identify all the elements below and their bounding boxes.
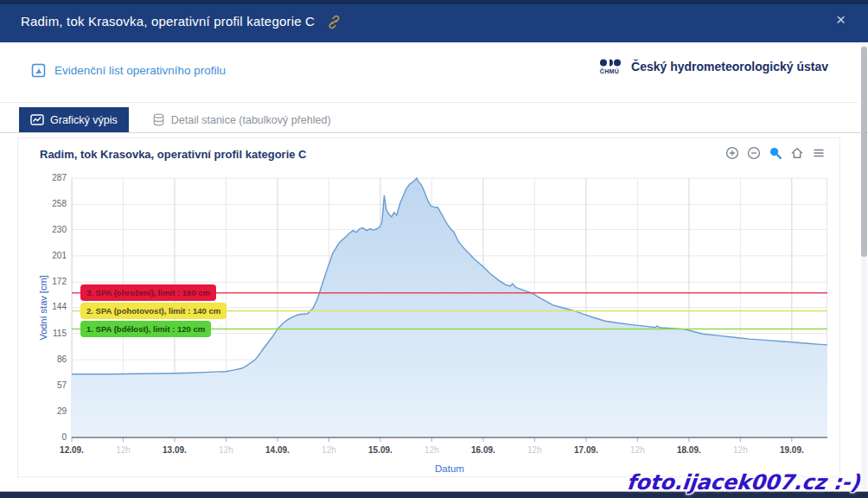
chart-title: Radim, tok Krasovka, operativní profil k… — [40, 148, 306, 161]
chart-image-icon — [30, 113, 44, 126]
y-tick-label: 258 — [52, 199, 67, 208]
menu-icon[interactable] — [812, 146, 826, 160]
watermark: foto.ijacek007.cz :-) — [625, 470, 860, 495]
tab-graphic-label: Grafický výpis — [50, 114, 118, 126]
tab-bar: Grafický výpis Detail stanice (tabulkový… — [0, 107, 868, 133]
chmu-logo-icon: ČHMÚ — [597, 58, 622, 74]
x-tick-label: 12h — [508, 445, 560, 455]
x-tick-label: 17.09. — [560, 445, 612, 455]
x-tick-label: 12h — [200, 445, 252, 455]
y-tick-label: 287 — [52, 173, 67, 182]
x-tick-label: 13.09. — [149, 445, 201, 455]
tab-station-detail[interactable]: Detail stanice (tabulkový přehled) — [129, 107, 342, 132]
chart-toolbar — [725, 146, 826, 160]
x-tick-label: 12h — [405, 445, 457, 455]
close-icon[interactable]: × — [836, 11, 846, 28]
tab-station-label: Detail stanice (tabulkový přehled) — [171, 114, 331, 126]
chart-plot-area[interactable]: 3. SPA (ohrožení), limit : 160 cm2. SPA … — [72, 178, 827, 437]
selection-zoom-icon[interactable] — [769, 146, 782, 160]
y-tick-label: 230 — [52, 225, 67, 234]
tab-graphic-output[interactable]: Grafický výpis — [19, 107, 129, 132]
chmu-abbr: ČHMÚ — [600, 68, 620, 74]
x-tick-label: 15.09. — [354, 445, 406, 455]
x-tick-label: 18.09. — [663, 445, 715, 455]
modal-title: Radim, tok Krasovka, operativní profil k… — [21, 14, 315, 29]
y-tick-label: 172 — [52, 277, 67, 286]
chmu-brand: ČHMÚ Český hydrometeorologický ústav — [597, 58, 828, 74]
y-tick-label: 86 — [57, 354, 67, 364]
evidence-list-link[interactable]: Evidenční list operativního profilu — [31, 63, 226, 78]
x-tick-label: 14.09. — [252, 445, 303, 455]
permalink-icon[interactable] — [327, 15, 341, 29]
x-tick-label: 12h — [611, 445, 663, 455]
x-tick-label: 12h — [303, 445, 354, 455]
y-tick-label: 115 — [53, 329, 67, 338]
x-tick-label: 16.09. — [457, 445, 509, 455]
scrollbar-thumb[interactable] — [861, 47, 867, 257]
zoom-out-icon[interactable] — [747, 146, 761, 160]
x-axis-ticks: 12.09.12h13.09.12h14.09.12h15.09.12h16.0… — [72, 437, 827, 463]
y-tick-label: 57 — [57, 380, 67, 390]
x-tick-label: 12h — [714, 445, 766, 455]
spa-limit-label: 2. SPA (pohotovost), limit : 140 cm — [80, 303, 227, 319]
y-tick-label: 144 — [52, 302, 67, 311]
evidence-list-label: Evidenční list operativního profilu — [54, 64, 226, 77]
spa-limit-label: 3. SPA (ohrožení), limit : 160 cm — [80, 284, 216, 301]
modal-header: Radim, tok Krasovka, operativní profil k… — [0, 0, 868, 42]
spa-limit-label: 1. SPA (bdělost), limit : 120 cm — [80, 321, 211, 337]
pdf-icon — [31, 63, 46, 78]
y-tick-label: 29 — [57, 406, 67, 416]
y-tick-label: 201 — [52, 251, 67, 260]
y-axis-title: Vodní stav [cm] — [38, 275, 48, 340]
x-tick-label: 12h — [97, 445, 149, 455]
document-row: Evidenční list operativního profilu ČHMÚ… — [0, 42, 858, 103]
home-icon[interactable] — [790, 146, 804, 160]
chart-panel: Radim, tok Krasovka, operativní profil k… — [17, 137, 840, 477]
database-icon — [152, 113, 165, 126]
x-tick-label: 12.09. — [46, 445, 98, 455]
chmu-name: Český hydrometeorologický ústav — [631, 60, 828, 73]
x-tick-label: 19.09. — [766, 445, 818, 455]
y-tick-label: 0 — [61, 432, 67, 442]
zoom-in-icon[interactable] — [725, 146, 739, 160]
